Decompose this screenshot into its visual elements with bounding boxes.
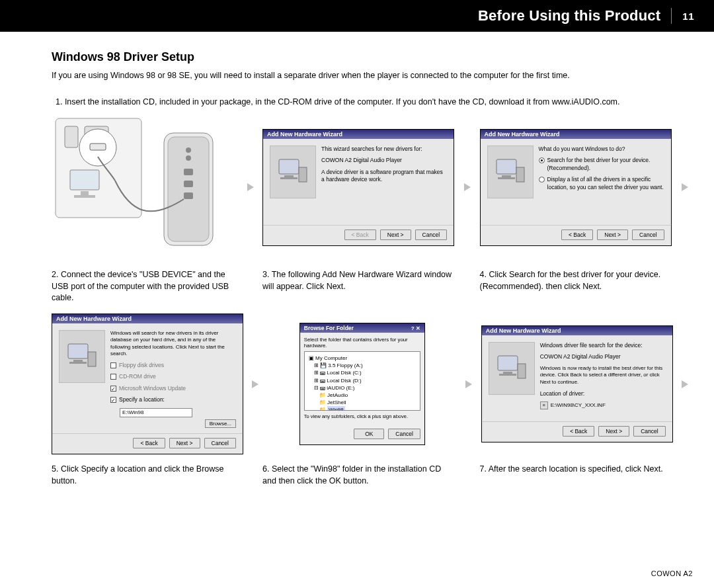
page-header: Before Using this Product 11 (0, 0, 714, 32)
svg-point-11 (186, 155, 191, 161)
wizard7-device: COWON A2 Digital Audio Player (540, 353, 666, 360)
wizard-text: What do you want Windows to do? Search f… (539, 146, 664, 220)
wizard-title: Add New Hardware Wizard (52, 314, 243, 323)
wizard-dialog: Add New Hardware Wizard Windows will sea… (52, 314, 243, 455)
cancel-button[interactable]: Cancel (633, 426, 665, 437)
svg-marker-15 (247, 183, 254, 191)
wizard-text: Windows driver file search for the devic… (540, 342, 666, 416)
back-button[interactable]: < Back (561, 230, 593, 240)
caption-step-3: 3. The following Add New Hardware Wizard… (262, 269, 456, 292)
svg-rect-7 (90, 144, 106, 150)
checkbox-icon (110, 362, 116, 368)
wizard-computer-icon (489, 342, 535, 395)
wizard-step-5: Add New Hardware Wizard Windows will sea… (52, 314, 243, 455)
caption-step-4: 4. Click Search for the best driver for … (480, 269, 673, 292)
folder-tree[interactable]: ▣ My Computer ⊞ 💾 3.5 Floppy (A:) ⊞ 🖴 Lo… (304, 351, 420, 411)
browse-for-folder-step-6: Browse For Folder ? ✕ Select the folder … (267, 323, 457, 445)
checkbox-icon (110, 386, 116, 392)
svg-rect-18 (280, 177, 298, 179)
svg-rect-5 (74, 195, 95, 198)
row-2: Add New Hardware Wizard Windows will sea… (52, 314, 692, 455)
tree-e: iAUDIO (E:) (327, 385, 354, 391)
radio-icon (539, 177, 545, 183)
manual-page: Before Using this Product 11 Windows 98 … (0, 0, 714, 588)
svg-rect-16 (279, 159, 299, 174)
svg-rect-13 (184, 181, 193, 187)
caption-step-5: 5. Click Specify a location and click th… (52, 464, 238, 487)
check-cdrom[interactable]: CD-ROM drive (110, 373, 236, 380)
browse-button[interactable]: Browse... (205, 419, 236, 428)
check-label: Microsoft Windows Update (119, 385, 186, 392)
arrow-right-icon (243, 180, 257, 194)
svg-rect-1 (65, 126, 78, 147)
check-specify-location[interactable]: Specify a location: (110, 396, 236, 403)
svg-rect-29 (88, 352, 96, 366)
checkbox-icon (110, 374, 116, 380)
cancel-button[interactable]: Cancel (632, 230, 664, 240)
tree-my-computer: My Computer (315, 355, 347, 361)
check-label: Floppy disk drives (119, 362, 164, 369)
tree-jetaudio: JetAudio (327, 392, 348, 398)
cancel-button[interactable]: Cancel (204, 438, 236, 448)
cancel-button[interactable]: Cancel (415, 230, 447, 240)
page-content: Windows 98 Driver Setup If you are using… (0, 32, 714, 487)
ok-button[interactable]: OK (354, 429, 384, 439)
arrow-right-icon (249, 377, 262, 392)
caption-step-6: 6. Select the "Win98" folder in the inst… (262, 464, 456, 487)
next-button[interactable]: Next > (380, 230, 411, 240)
usb-illustration-svg (52, 114, 223, 260)
next-button[interactable]: Next > (597, 230, 628, 240)
tree-win98-selected: Win98 (327, 406, 345, 411)
next-button[interactable]: Next > (169, 438, 200, 448)
svg-rect-23 (498, 177, 515, 179)
check-label: CD-ROM drive (119, 373, 156, 380)
arrow-right-icon (462, 377, 475, 392)
caption-step-7: 7. After the search location is specifie… (480, 464, 673, 476)
wizard-computer-icon (270, 146, 316, 198)
back-button[interactable]: < Back (563, 426, 594, 437)
back-button[interactable]: < Back (344, 230, 376, 240)
svg-marker-25 (682, 183, 688, 191)
svg-rect-32 (498, 356, 518, 370)
wizard-title: Add New Hardware Wizard (482, 326, 672, 335)
radio-icon (539, 157, 545, 163)
wizard-step-7: Add New Hardware Wizard Windows driver f… (481, 325, 673, 442)
svg-rect-12 (184, 169, 193, 175)
next-button[interactable]: Next > (598, 426, 629, 437)
check-label: Specify a location: (119, 396, 165, 403)
arrow-right-icon (461, 180, 475, 194)
svg-marker-30 (252, 380, 258, 388)
wizard-text: This wizard searches for new drivers for… (321, 146, 447, 220)
bff-title: Browse For Folder ? ✕ (300, 323, 424, 333)
inf-file-icon: ≡ (540, 401, 548, 409)
cancel-button[interactable]: Cancel (388, 429, 420, 439)
close-icon[interactable]: ? ✕ (411, 325, 420, 331)
section-intro: If you are using Windows 98 or 98 SE, yo… (52, 69, 692, 81)
row-1: Add New Hardware Wizard This wizard sear… (52, 114, 692, 260)
header-page-number: 11 (682, 11, 694, 22)
location-field[interactable]: E:\Win98 (120, 408, 192, 418)
radio-label: Display a list of all the drivers in a s… (547, 176, 664, 191)
wizard-dialog: Add New Hardware Wizard Windows driver f… (481, 325, 673, 442)
check-floppy[interactable]: Floppy disk drives (110, 362, 236, 369)
bff-instruction: Select the folder that contains drivers … (304, 337, 420, 349)
radio-display-list[interactable]: Display a list of all the drivers in a s… (539, 176, 664, 191)
svg-point-10 (186, 147, 191, 153)
svg-rect-34 (499, 374, 516, 376)
svg-rect-19 (299, 167, 307, 182)
driver-path-text: E:\WIN98\CY_XXX.INF (551, 402, 606, 409)
svg-rect-14 (184, 192, 193, 199)
radio-search-best[interactable]: Search for the best driver for your devi… (539, 157, 664, 172)
svg-rect-24 (516, 167, 524, 182)
svg-rect-3 (70, 170, 99, 190)
wizard-step-3: Add New Hardware Wizard This wizard sear… (262, 129, 456, 246)
svg-marker-20 (464, 183, 471, 191)
browse-folder-dialog: Browse For Folder ? ✕ Select the folder … (299, 323, 425, 445)
arrow-right-icon (678, 377, 692, 392)
back-button[interactable]: < Back (133, 438, 165, 448)
check-update[interactable]: Microsoft Windows Update (110, 385, 236, 392)
wizard3-line3: A device driver is a software program th… (321, 169, 447, 184)
tree-d: Local Disk (D:) (327, 378, 361, 384)
tree-floppy: 3.5 Floppy (A:) (328, 362, 362, 368)
svg-marker-36 (682, 380, 688, 388)
